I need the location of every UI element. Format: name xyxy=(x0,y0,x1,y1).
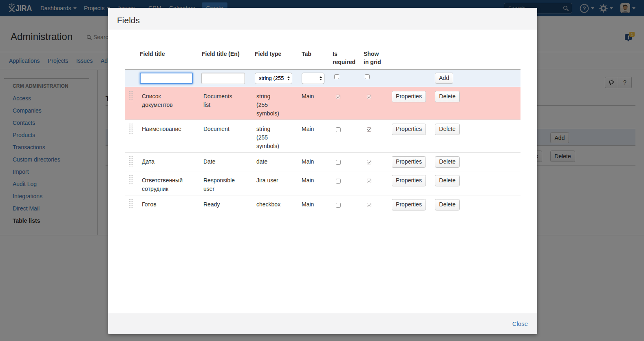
required-checkbox[interactable] xyxy=(336,127,341,132)
required-checkbox[interactable] xyxy=(336,179,341,184)
new-field-required-checkbox[interactable] xyxy=(334,74,339,79)
show-in-grid-checkbox[interactable] xyxy=(367,95,371,99)
delete-button[interactable]: Delete xyxy=(435,91,460,102)
delete-button[interactable]: Delete xyxy=(435,199,460,210)
new-field-title-en-input[interactable] xyxy=(201,73,245,84)
show-in-grid-checkbox[interactable] xyxy=(367,160,371,164)
dialog-title: Fields xyxy=(117,15,140,26)
new-field-title-input[interactable] xyxy=(140,73,193,84)
delete-button[interactable]: Delete xyxy=(435,156,460,168)
col-field-type: Field type xyxy=(255,49,302,69)
dialog-header: Fields xyxy=(108,8,537,30)
add-field-row: string (255 Add xyxy=(125,69,520,87)
table-header-row: Field title Field title (En) Field type … xyxy=(125,49,520,69)
show-in-grid-checkbox[interactable] xyxy=(367,203,371,207)
drag-handle-icon[interactable] xyxy=(129,91,133,101)
add-field-button[interactable]: Add xyxy=(435,73,453,84)
field-row-2: Наименование Document string (255 symbol… xyxy=(125,120,520,152)
properties-button[interactable]: Properties xyxy=(392,91,426,102)
drag-handle-icon[interactable] xyxy=(129,175,133,185)
show-in-grid-checkbox[interactable] xyxy=(367,127,371,132)
field-row-3: Дата Date date Main Properties Delete xyxy=(125,152,520,171)
drag-handle-icon[interactable] xyxy=(129,156,133,166)
properties-button[interactable]: Properties xyxy=(392,175,426,186)
col-field-title: Field title xyxy=(140,49,201,69)
fields-dialog: Fields Field title Field title (En) Fiel… xyxy=(108,8,537,334)
new-field-show-in-grid-checkbox[interactable] xyxy=(365,74,370,79)
drag-handle-icon[interactable] xyxy=(129,124,133,134)
required-checkbox[interactable] xyxy=(336,95,340,99)
field-row-4: Ответственный сотрудник Responsible user… xyxy=(125,171,520,195)
col-is-required: Is required xyxy=(333,49,364,69)
new-field-tab-select[interactable] xyxy=(302,73,324,84)
field-row-5: Готов Ready checkbox Main Properties Del… xyxy=(125,195,520,214)
select-arrows-icon xyxy=(320,76,322,80)
required-checkbox[interactable] xyxy=(336,160,341,165)
new-field-type-select[interactable]: string (255 xyxy=(255,73,292,84)
dialog-footer: Close xyxy=(108,313,537,334)
col-tab: Tab xyxy=(302,49,333,69)
select-arrows-icon xyxy=(287,76,290,80)
required-checkbox[interactable] xyxy=(336,203,341,208)
col-field-title-en: Field title (En) xyxy=(201,49,255,69)
fields-table: Field title Field title (En) Field type … xyxy=(125,49,520,214)
field-row-1: Список документов Documents list string … xyxy=(125,87,520,120)
delete-button[interactable]: Delete xyxy=(435,175,460,186)
show-in-grid-checkbox[interactable] xyxy=(367,179,371,183)
col-show-in-grid: Show in grid xyxy=(364,49,390,69)
properties-button[interactable]: Properties xyxy=(392,156,426,168)
drag-handle-icon[interactable] xyxy=(129,199,133,209)
properties-button[interactable]: Properties xyxy=(392,124,426,135)
properties-button[interactable]: Properties xyxy=(392,199,426,210)
delete-button[interactable]: Delete xyxy=(435,124,460,135)
close-link[interactable]: Close xyxy=(512,320,528,327)
page: JIRA Dashboards Projects Issues CRM Cale… xyxy=(0,0,644,341)
